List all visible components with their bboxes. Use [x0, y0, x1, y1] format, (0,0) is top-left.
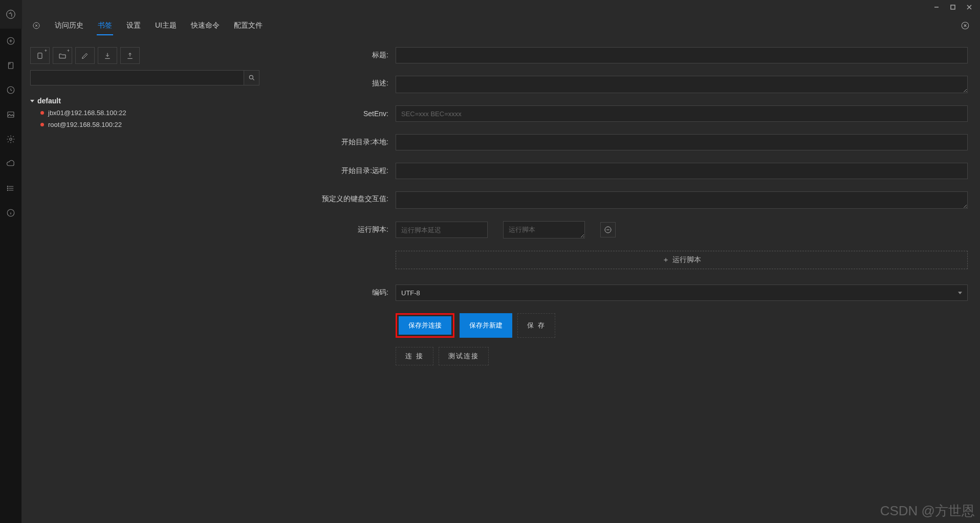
encoding-label: 编码: — [288, 288, 396, 297]
save-button[interactable]: 保 存 — [517, 313, 555, 338]
tab-ui-theme[interactable]: UI主题 — [154, 16, 178, 35]
script-delay-input[interactable] — [396, 222, 488, 238]
script-label: 运行脚本: — [288, 225, 396, 234]
bookmark-group[interactable]: default — [30, 95, 259, 107]
desc-textarea[interactable] — [396, 76, 968, 93]
highlight-annotation: 保存并连接 — [396, 313, 454, 338]
tab-quick-cmd[interactable]: 快速命令 — [190, 16, 221, 35]
bookmark-search — [30, 70, 259, 85]
app-logo — [0, 0, 22, 29]
edit-button[interactable] — [75, 47, 95, 64]
new-folder-button[interactable]: + — [53, 47, 72, 64]
tab-bar: 访问历史 书签 设置 UI主题 快速命令 配置文件 — [22, 14, 980, 37]
save-connect-button[interactable]: 保存并连接 — [399, 316, 451, 335]
connect-button[interactable]: 连 接 — [396, 347, 433, 365]
status-dot-icon — [40, 123, 44, 126]
start-remote-input[interactable] — [396, 163, 968, 179]
setenv-input[interactable] — [396, 105, 968, 122]
rail-list[interactable] — [0, 176, 22, 201]
window-minimize[interactable] — [929, 2, 944, 13]
tab-settings[interactable]: 设置 — [125, 16, 142, 35]
desc-label: 描述: — [288, 76, 396, 88]
keyboard-textarea[interactable] — [396, 191, 968, 209]
primary-button-row: 保存并连接 保存并新建 保 存 — [396, 313, 968, 338]
bookmark-panel: + + — [22, 37, 268, 523]
export-button[interactable] — [120, 47, 140, 64]
content: + + — [22, 37, 980, 523]
window-maximize[interactable] — [945, 2, 961, 13]
secondary-button-row: 连 接 测试连接 — [396, 347, 968, 365]
window-close[interactable] — [962, 2, 977, 13]
setenv-label: SetEnv: — [288, 110, 396, 118]
svg-point-6 — [7, 186, 8, 187]
close-tab-icon[interactable] — [31, 20, 41, 31]
svg-rect-2 — [9, 62, 13, 69]
svg-rect-4 — [8, 112, 14, 118]
tab-config-file[interactable]: 配置文件 — [233, 16, 264, 35]
panel-close-icon[interactable] — [960, 20, 971, 31]
start-remote-label: 开始目录:远程: — [288, 166, 396, 176]
rail-add[interactable] — [0, 29, 22, 53]
svg-point-0 — [7, 10, 15, 19]
bookmark-label: root@192.168.58.100:22 — [48, 121, 122, 128]
rail-cloud[interactable] — [0, 151, 22, 176]
status-dot-icon — [40, 111, 44, 115]
svg-point-8 — [7, 190, 8, 191]
test-connect-button[interactable]: 测试连接 — [439, 347, 489, 365]
new-bookmark-button[interactable]: + — [30, 47, 50, 64]
caret-down-icon — [30, 100, 34, 102]
nav-rail — [0, 0, 22, 523]
add-script-label: 运行脚本 — [672, 255, 701, 265]
bookmark-toolbar: + + — [30, 47, 259, 64]
save-new-button[interactable]: 保存并新建 — [460, 313, 512, 338]
svg-point-5 — [10, 138, 12, 141]
svg-point-14 — [249, 75, 253, 79]
encoding-value: UTF-8 — [401, 289, 420, 297]
rail-doc[interactable] — [0, 53, 22, 78]
encoding-select[interactable]: UTF-8 — [396, 285, 968, 301]
add-script-button[interactable]: ＋ 运行脚本 — [396, 251, 968, 269]
bookmark-item[interactable]: jbx01@192.168.58.100:22 — [30, 107, 259, 119]
main-column: 访问历史 书签 设置 UI主题 快速命令 配置文件 + + — [22, 0, 980, 523]
detail-panel: 标题: 描述: SetEnv: 开始目录:本地: 开始目录:远程: 预定义的键盘 — [268, 37, 980, 523]
search-input[interactable] — [30, 70, 244, 85]
rail-history[interactable] — [0, 78, 22, 102]
tab-history[interactable]: 访问历史 — [54, 16, 84, 35]
remove-script-button[interactable] — [600, 222, 616, 237]
start-local-input[interactable] — [396, 134, 968, 150]
rail-image[interactable] — [0, 102, 22, 127]
svg-point-7 — [7, 188, 8, 189]
title-label: 标题: — [288, 51, 396, 60]
rail-info[interactable] — [0, 201, 22, 225]
bookmark-item[interactable]: root@192.168.58.100:22 — [30, 119, 259, 130]
svg-rect-13 — [38, 53, 42, 58]
rail-settings[interactable] — [0, 127, 22, 151]
search-button[interactable] — [244, 70, 259, 85]
chevron-down-icon — [958, 292, 962, 294]
tab-bookmarks[interactable]: 书签 — [97, 16, 113, 35]
start-local-label: 开始目录:本地: — [288, 138, 396, 147]
group-label: default — [37, 97, 61, 105]
import-button[interactable] — [98, 47, 117, 64]
bookmark-label: jbx01@192.168.58.100:22 — [48, 109, 126, 117]
keyboard-label: 预定义的键盘交互值: — [288, 191, 396, 204]
svg-rect-10 — [951, 5, 955, 9]
plus-icon: ＋ — [662, 255, 669, 265]
window-titlebar — [22, 0, 980, 14]
script-text-textarea[interactable] — [503, 221, 585, 238]
title-input[interactable] — [396, 47, 968, 63]
